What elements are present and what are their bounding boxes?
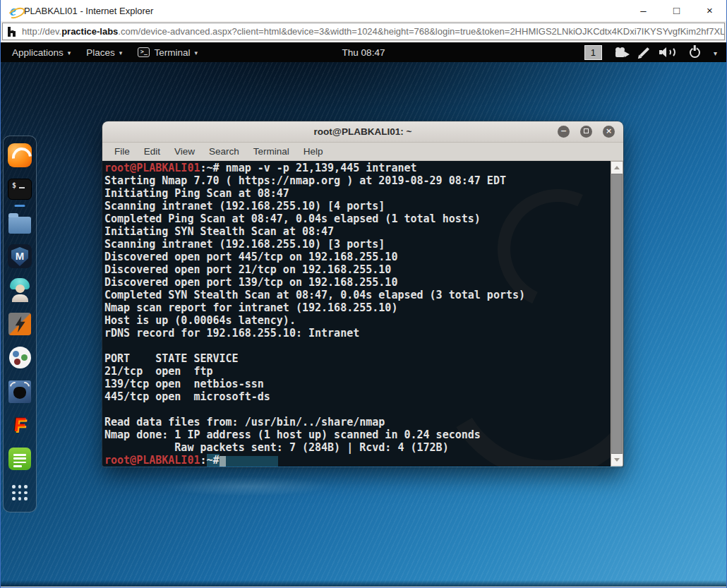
camera-icon[interactable] xyxy=(615,47,630,58)
faraday-icon: F xyxy=(13,414,27,436)
dock-item-files[interactable] xyxy=(7,210,32,236)
internet-explorer-icon: e xyxy=(10,4,16,18)
terminal-line: Nmap done: 1 IP address (1 host up) scan… xyxy=(104,428,611,441)
ie-titlebar: e PLABKALI01 - Internet Explorer – □ × xyxy=(1,0,726,21)
menu-edit[interactable]: Edit xyxy=(137,146,167,157)
terminal-output: root@PLABKALI01:~# nmap -v -p 21,139,445… xyxy=(104,162,611,467)
dock-item-metasploit[interactable]: M xyxy=(7,244,32,269)
places-menu[interactable]: Places ▾ xyxy=(78,42,130,62)
caret-down-icon[interactable]: ▾ xyxy=(714,49,717,57)
workspace-indicator[interactable]: 1 xyxy=(584,45,602,60)
terminal-line: Initiating SYN Stealth Scan at 08:47 xyxy=(104,225,611,238)
dock-item-show-applications[interactable] xyxy=(7,480,32,505)
pen-icon[interactable] xyxy=(639,47,649,57)
window-title: PLABKALI01 - Internet Explorer xyxy=(24,6,154,16)
menu-search[interactable]: Search xyxy=(202,146,246,157)
terminal-line xyxy=(104,340,611,352)
terminal-title: root@PLABKALI01: ~ xyxy=(314,126,412,137)
applications-menu[interactable]: Applications ▾ xyxy=(1,42,78,62)
dock-item-firefox[interactable] xyxy=(7,143,32,168)
terminal-appmenu[interactable]: >_ Terminal ▾ xyxy=(130,42,205,62)
terminal-window-controls: − × xyxy=(558,126,615,138)
chevron-down-icon: ▾ xyxy=(119,49,123,56)
terminal-line: Host is up (0.00064s latency). xyxy=(104,314,611,327)
terminal-line: Discovered open port 21/tcp on 192.168.2… xyxy=(104,263,611,276)
url-text: http://dev.practice-labs.com/device-adva… xyxy=(22,26,725,37)
window-controls: – □ × xyxy=(627,0,726,21)
chevron-down-icon: ▾ xyxy=(68,49,71,56)
terminal-line: Completed SYN Stealth Scan at 08:47, 0.0… xyxy=(104,289,611,301)
panel-tray: 1 ▾ xyxy=(584,42,717,62)
terminal-line: Scanning intranet (192.168.255.10) [3 po… xyxy=(104,238,611,251)
favorites-dock: $ M F xyxy=(3,136,37,512)
ie-window: e PLABKALI01 - Internet Explorer – □ × h… xyxy=(0,0,727,588)
dock-item-text-editor[interactable] xyxy=(7,446,32,472)
terminal-line: 139/tcp open netbios-ssn xyxy=(104,378,611,390)
site-favicon xyxy=(8,27,16,37)
terminal-line: 445/tcp open microsoft-ds xyxy=(104,390,611,403)
terminal-line: Starting Nmap 7.70 ( https://nmap.org ) … xyxy=(104,174,611,187)
terminal-line: Initiating Ping Scan at 08:47 xyxy=(104,187,611,200)
volume-icon[interactable] xyxy=(659,46,676,59)
text-editor-icon xyxy=(8,448,31,470)
menu-terminal[interactable]: Terminal xyxy=(246,146,296,157)
terminal-icon: >_ xyxy=(138,47,150,57)
menu-help[interactable]: Help xyxy=(296,146,330,157)
burpsuite-icon xyxy=(8,313,31,335)
beef-icon xyxy=(8,380,31,403)
gnome-top-panel: Applications ▾ Places ▾ >_ Terminal ▾ Th… xyxy=(1,42,726,62)
terminal-titlebar[interactable]: root@PLABKALI01: ~ − × xyxy=(102,121,623,143)
scroll-down-arrow[interactable] xyxy=(611,454,623,466)
ie-urlbar: http://dev.practice-labs.com/device-adva… xyxy=(1,21,726,42)
dock-item-terminal[interactable]: $ xyxy=(7,176,32,202)
terminal-content[interactable]: root@PLABKALI01:~# nmap -v -p 21,139,445… xyxy=(102,161,623,467)
terminal-line xyxy=(104,403,611,416)
menu-view[interactable]: View xyxy=(167,146,202,157)
dock-item-beef[interactable] xyxy=(7,379,32,404)
metasploit-icon: M xyxy=(8,244,32,268)
terminal-line: Raw packets sent: 7 (284B) | Rcvd: 4 (17… xyxy=(104,441,611,454)
terminal-menubar: File Edit View Search Terminal Help xyxy=(102,143,623,161)
scroll-up-arrow[interactable] xyxy=(611,162,623,174)
app-circles-icon xyxy=(9,347,31,368)
close-button[interactable]: × xyxy=(693,0,726,21)
dock-item-burpsuite[interactable] xyxy=(7,311,32,337)
terminal-line: PORT STATE SERVICE xyxy=(104,352,611,365)
terminal-line: Read data files from: /usr/bin/../share/… xyxy=(104,416,611,428)
menu-file[interactable]: File xyxy=(107,146,137,157)
show-applications-icon xyxy=(12,485,28,500)
power-icon[interactable] xyxy=(690,47,700,58)
running-indicator xyxy=(15,205,25,207)
folder-icon xyxy=(8,217,31,234)
chevron-down-icon: ▾ xyxy=(194,49,198,56)
address-bar[interactable]: http://dev.practice-labs.com/device-adva… xyxy=(2,23,725,40)
terminal-line: Discovered open port 445/tcp on 192.168.… xyxy=(104,251,611,263)
terminal-icon: $ xyxy=(8,179,32,200)
terminal-line: root@PLABKALI01:~# xyxy=(104,454,611,467)
terminal-line: root@PLABKALI01:~# nmap -v -p 21,139,445… xyxy=(104,162,611,174)
kali-desktop: Applications ▾ Places ▾ >_ Terminal ▾ Th… xyxy=(1,42,726,587)
terminal-window: root@PLABKALI01: ~ − × File Edit View Se… xyxy=(102,121,623,467)
maximize-button[interactable]: □ xyxy=(660,0,693,21)
dock-item-faraday[interactable]: F xyxy=(7,412,32,438)
firefox-icon xyxy=(8,143,32,167)
terminal-line: Nmap scan report for intranet (192.168.2… xyxy=(104,301,611,314)
close-button[interactable]: × xyxy=(603,126,615,138)
maximize-button[interactable] xyxy=(580,126,592,138)
dock-item-armitage[interactable] xyxy=(7,277,32,303)
terminal-line: Scanning intranet (192.168.255.10) [4 po… xyxy=(104,200,611,212)
minimize-button[interactable]: − xyxy=(558,126,570,138)
dock-item-app-circles[interactable] xyxy=(7,345,32,371)
terminal-line: Discovered open port 139/tcp on 192.168.… xyxy=(104,276,611,289)
panel-clock[interactable]: Thu 08:47 xyxy=(342,47,385,58)
terminal-scrollbar[interactable] xyxy=(611,161,623,467)
scrollbar-thumb[interactable] xyxy=(611,174,623,454)
terminal-line: 21/tcp open ftp xyxy=(104,365,611,378)
terminal-line: Completed Ping Scan at 08:47, 0.04s elap… xyxy=(104,212,611,225)
minimize-button[interactable]: – xyxy=(627,0,660,21)
terminal-line: rDNS record for 192.168.255.10: Intranet xyxy=(104,327,611,340)
armitage-icon xyxy=(8,278,32,302)
